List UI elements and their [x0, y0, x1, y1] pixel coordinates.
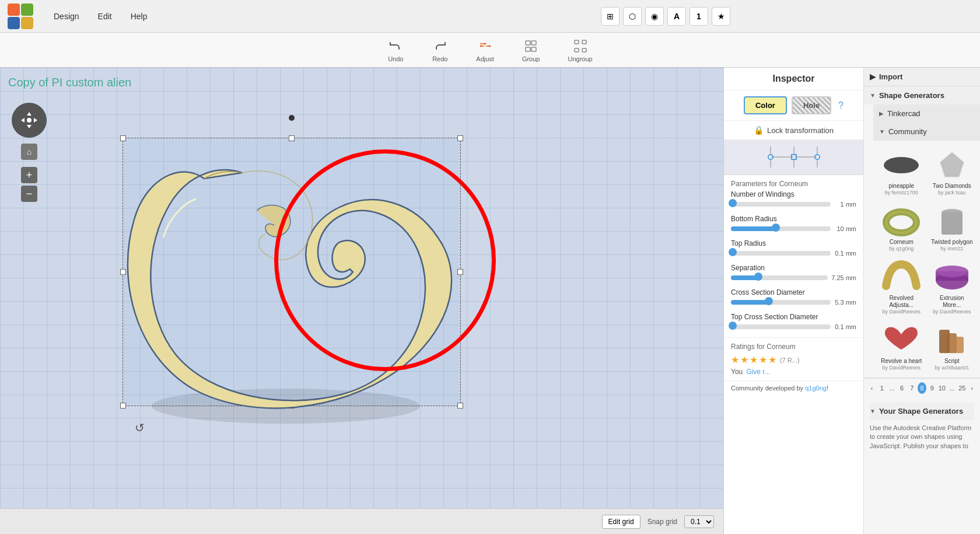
undo-button[interactable]: Undo — [383, 36, 408, 65]
shape-generators-section: ▼ Shape Generators ▶ Tinkercad ▼ Communi… — [864, 86, 980, 378]
pagination-page-6[interactable]: 10 — [937, 382, 946, 394]
zoom-in-button[interactable]: + — [21, 167, 37, 183]
edit-grid-button[interactable]: Edit grid — [602, 515, 640, 529]
shape-item-7[interactable]: Script by achtbaan01 — [929, 320, 976, 373]
param-slider-0[interactable] — [731, 202, 831, 207]
shape-generators-header[interactable]: ▼ Shape Generators — [864, 86, 980, 104]
shape-thumb-3 — [931, 204, 973, 239]
pagination-page-3[interactable]: 7 — [908, 382, 916, 394]
logo-cell-red — [8, 4, 20, 16]
pagination-page-2[interactable]: 6 — [898, 382, 907, 394]
community-author-link[interactable]: q1g0ng — [805, 385, 827, 392]
param-row-4: Cross Section Diameter 5.3 mm — [731, 288, 856, 306]
star-4: ★ — [759, 354, 767, 365]
project-title[interactable]: Copy of PI custom alien — [8, 76, 131, 89]
viewport[interactable]: Copy of PI custom alien ⌂ + − — [0, 68, 723, 534]
help-icon[interactable]: ? — [838, 100, 844, 111]
menu-help[interactable]: Help — [123, 8, 156, 25]
tinkercad-label: Tinkercad — [887, 109, 921, 118]
params-list: Number of Windings 1 mm Bottom Radius 10… — [724, 190, 863, 330]
give-rating-link[interactable]: Give r... — [746, 368, 770, 376]
param-slider-3[interactable] — [731, 275, 828, 280]
ungroup-button[interactable]: Ungroup — [563, 36, 597, 65]
pagination-prev[interactable]: ‹ — [867, 382, 876, 394]
shape-thumb-7 — [931, 323, 973, 358]
your-shapes-header[interactable]: ▼ Your Shape Generators — [870, 402, 974, 420]
pagination-page-7[interactable]: ... — [947, 382, 956, 394]
color-button[interactable]: Color — [744, 96, 787, 114]
pagination-page-5[interactable]: 9 — [928, 382, 936, 394]
menu-design[interactable]: Design — [46, 8, 88, 25]
shape-author-7: by achtbaan01 — [935, 365, 969, 371]
svg-point-19 — [27, 118, 32, 123]
logo-cell-blue — [8, 17, 20, 29]
param-slider-4[interactable] — [731, 300, 831, 305]
group-icon — [523, 38, 539, 54]
community-dev: Community developed by q1g0ng! — [724, 381, 863, 395]
import-section-header[interactable]: ▶ Import — [864, 68, 980, 86]
snap-grid-select[interactable]: 0.1 0.5 1 — [684, 515, 714, 528]
redo-button[interactable]: Redo — [427, 36, 453, 65]
community-shape-grid: pineapple by fermtz1700 Two Diamonds by … — [873, 141, 980, 378]
lock-icon: 🔒 — [754, 125, 764, 135]
view-num-icon[interactable]: 1 — [690, 7, 708, 26]
view-star-icon[interactable]: ★ — [712, 7, 730, 26]
param-row-1: Bottom Radius 10 mm — [731, 215, 856, 232]
shape-item-5[interactable]: Extrusion More... by DavidReeves — [929, 257, 976, 317]
redo-icon — [432, 38, 448, 54]
pagination-page-1[interactable]: ... — [887, 382, 896, 394]
svg-point-37 — [936, 266, 968, 277]
tinkercad-subsection[interactable]: ▶ Tinkercad — [873, 104, 980, 123]
view-grid-icon[interactable]: ⊞ — [601, 7, 620, 26]
hole-button[interactable]: Hole — [792, 96, 831, 114]
lock-label: Lock transformation — [767, 126, 834, 135]
home-view-button[interactable]: ⌂ — [21, 144, 37, 160]
param-slider-row-1: 10 mm — [731, 225, 856, 232]
param-slider-2[interactable] — [731, 251, 831, 256]
adjust-button[interactable]: Adjust — [471, 36, 499, 65]
star-count: (7 R...) — [780, 357, 800, 364]
view-solid-icon[interactable]: ◉ — [645, 7, 664, 26]
logo[interactable] — [0, 0, 41, 33]
pagination-page-4[interactable]: 8 — [918, 382, 926, 394]
color-hole-row: Color Hole ? — [724, 90, 863, 121]
param-label-4: Cross Section Diameter — [731, 288, 856, 296]
shape-name-6: Revolve a heart — [881, 358, 922, 365]
shape-item-0[interactable]: pineapple by fermtz1700 — [878, 145, 925, 198]
shape-item-2[interactable]: Corneum by q1g0ng — [878, 201, 925, 254]
param-slider-5[interactable] — [731, 324, 831, 329]
shape-item-4[interactable]: Revolved Adjusta... by DavidReeves — [878, 257, 925, 317]
group-button[interactable]: Group — [517, 36, 545, 65]
zoom-out-button[interactable]: − — [21, 186, 37, 202]
param-value-4: 5.3 mm — [834, 299, 856, 306]
pan-control[interactable] — [12, 103, 47, 138]
shape-gen-chevron: ▼ — [870, 92, 876, 99]
shape-thumb-2 — [880, 204, 922, 239]
shape-item-1[interactable]: Two Diamonds by jack tsau — [929, 145, 976, 198]
logo-cell-yellow — [21, 17, 33, 29]
param-label-3: Separation — [731, 264, 856, 272]
zoom-controls: + − — [21, 167, 37, 202]
param-row-2: Top Radius 0.1 mm — [731, 239, 856, 257]
param-slider-1[interactable] — [731, 226, 831, 231]
shape-name-4: Revolved Adjusta... — [880, 295, 923, 309]
shape-item-3[interactable]: Twisted polygon by imm22 — [929, 201, 976, 254]
svg-rect-7 — [531, 41, 536, 45]
view-3d-icon[interactable]: ⬡ — [623, 7, 642, 26]
param-row-5: Top Cross Section Diameter 0.1 mm — [731, 313, 856, 330]
you-row: You Give r... — [731, 368, 856, 376]
shape-svg-7 — [931, 323, 973, 358]
shape-svg-3 — [931, 204, 973, 239]
nav-controls: ⌂ + − — [12, 103, 47, 202]
pagination-next[interactable]: › — [968, 382, 977, 394]
pagination-page-8[interactable]: 25 — [958, 382, 967, 394]
pagination-page-0[interactable]: 1 — [877, 382, 886, 394]
community-subsection[interactable]: ▼ Community — [873, 123, 980, 141]
svg-rect-8 — [526, 47, 530, 51]
svg-rect-6 — [526, 41, 530, 45]
menu-edit[interactable]: Edit — [90, 8, 120, 25]
shape-item-6[interactable]: Revolve a heart by DavidReeves — [878, 320, 925, 373]
shape-name-1: Two Diamonds — [933, 183, 971, 190]
ratings-title: Ratings for Corneum — [731, 343, 856, 351]
view-text-icon[interactable]: A — [667, 7, 686, 26]
